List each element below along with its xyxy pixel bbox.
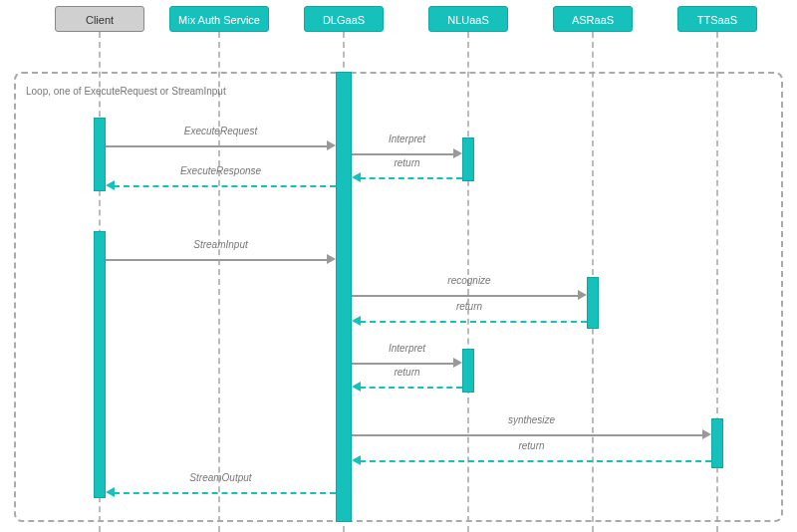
msg-execute-response: ExecuteResponse [106,179,336,193]
arrow-head-icon [106,180,115,190]
arrow-head-icon [352,316,361,326]
arrow-line-icon [360,460,711,462]
arrow-line-icon [114,185,336,187]
msg-label: return [352,367,462,378]
arrow-head-icon [352,382,361,392]
activation-client-exec [94,118,106,191]
msg-return-nlu-2: return [352,381,462,395]
activation-dlgaas [336,72,352,522]
arrow-line-icon [360,177,462,179]
arrow-line-icon [114,492,336,494]
sequence-diagram: Client Mix Auth Service DLGaaS NLUaaS AS… [0,0,797,532]
arrow-line-icon [352,434,703,436]
arrow-head-icon [702,429,711,439]
arrow-head-icon [106,487,115,497]
arrow-head-icon [327,254,336,264]
activation-nluaas-2 [462,349,474,393]
arrow-line-icon [352,153,454,155]
participant-dlgaas: DLGaaS [304,6,384,32]
msg-label: ExecuteRequest [106,126,336,136]
msg-label: StreamInput [106,239,336,250]
msg-label: return [352,440,711,451]
activation-nluaas-1 [462,137,474,181]
msg-label: recognize [352,275,587,286]
arrow-line-icon [352,295,579,297]
msg-label: synthesize [352,414,711,425]
participant-client: Client [55,6,144,32]
participant-mix-auth-service: Mix Auth Service [169,6,269,32]
participant-asraas: ASRaaS [553,6,633,32]
arrow-head-icon [578,290,587,300]
participant-nluaas: NLUaaS [428,6,508,32]
loop-label: Loop, one of ExecuteRequest or StreamInp… [26,86,226,97]
msg-label: return [352,157,462,168]
activation-ttsaas [711,418,723,468]
arrow-head-icon [352,455,361,465]
msg-return-tts: return [352,454,711,468]
msg-return-asr: return [352,315,587,329]
activation-asraas [587,277,599,329]
msg-label: StreamOutput [106,472,336,483]
arrow-line-icon [352,363,454,365]
msg-label: Interpret [352,343,462,354]
msg-label: return [352,301,587,312]
msg-label: ExecuteResponse [106,165,336,176]
arrow-line-icon [360,321,587,323]
arrow-line-icon [360,387,462,389]
activation-client-stream [94,231,106,498]
msg-label: Interpret [352,133,462,144]
participant-ttsaas: TTSaaS [677,6,757,32]
arrow-line-icon [106,145,328,147]
msg-stream-input: StreamInput [106,253,336,267]
arrow-head-icon [327,140,336,150]
arrow-line-icon [106,259,328,261]
msg-execute-request: ExecuteRequest [106,139,336,153]
msg-return-nlu-1: return [352,171,462,185]
msg-stream-output: StreamOutput [106,486,336,500]
arrow-head-icon [352,172,361,182]
